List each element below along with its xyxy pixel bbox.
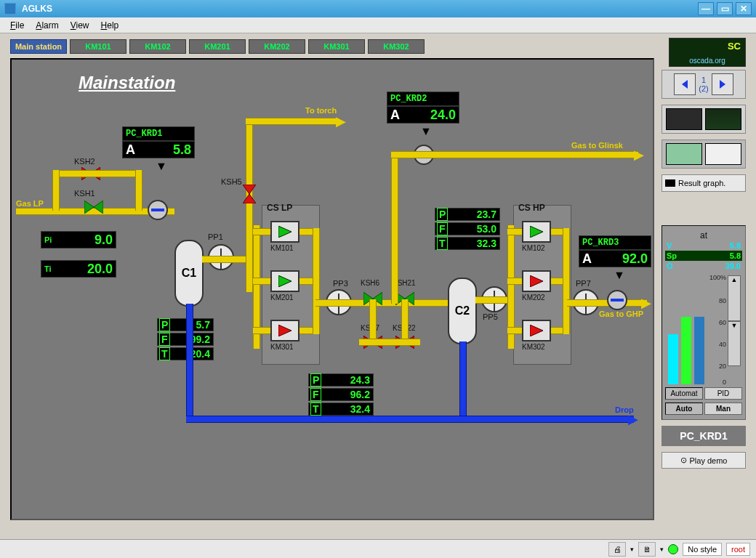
pipe (313, 228, 320, 334)
svg-marker-10 (278, 325, 291, 336)
label-gas-ghp: Gas to GHP (599, 310, 643, 318)
svg-marker-7 (243, 194, 256, 203)
label-cs-lp: CS LP (267, 203, 292, 213)
tool-bars-icon[interactable] (666, 143, 702, 165)
nav-counter: 1(2) (699, 76, 708, 93)
bar-o (694, 317, 704, 384)
svg-marker-26 (682, 80, 688, 89)
arrow-down-icon: ▼ (420, 125, 432, 138)
label-km302: KM302 (522, 343, 545, 351)
label-gas-lp: Gas LP (16, 199, 44, 208)
print-button[interactable]: 🖨 (608, 542, 626, 557)
menu-view[interactable]: View (65, 19, 95, 32)
mode-pid[interactable]: PID (704, 387, 742, 400)
km302[interactable] (522, 320, 551, 341)
control-panel: at V5.8 Sp5.8 O39.0 ▲ ▼ 100% 80 60 40 20 (662, 225, 746, 420)
label-km102: KM102 (522, 244, 545, 252)
control-sp[interactable]: Sp5.8 (665, 251, 742, 261)
tab-main-station[interactable]: Main station (10, 39, 67, 54)
style-field[interactable]: No style (683, 543, 722, 556)
label-pp5: PP5 (483, 312, 498, 321)
pipe (401, 299, 409, 341)
user-field[interactable]: root (726, 543, 750, 556)
ti-display: Ti 20.0 (41, 260, 116, 278)
label-pp1: PP1 (208, 232, 223, 241)
pc-krd1-value: 5.8 (173, 142, 191, 158)
pc-krd2-a: A (390, 108, 400, 123)
valve-ksh1[interactable] (84, 201, 103, 214)
reg-valve-krd3[interactable] (606, 289, 628, 311)
mode-automat[interactable]: Automat (665, 387, 703, 400)
arrow-down-icon: ▼ (156, 160, 167, 173)
pc-krd1-name: PC_KRD1 (122, 126, 195, 141)
pc-krd3-value: 92.0 (622, 251, 648, 267)
minimize-button[interactable]: — (698, 2, 714, 15)
tab-km102[interactable]: KM102 (129, 39, 186, 54)
label-cs-hp: CS HP (518, 203, 545, 213)
svg-marker-2 (84, 201, 94, 214)
km201[interactable] (270, 270, 299, 292)
tab-km302[interactable]: KM302 (368, 39, 425, 54)
pc-krd3-display[interactable]: A 92.0 (579, 250, 651, 267)
menu-help[interactable]: Help (95, 19, 125, 32)
tab-km201[interactable]: KM201 (189, 39, 246, 54)
pipe (253, 228, 270, 235)
reg-valve-krd1[interactable] (147, 199, 169, 221)
export-button[interactable]: 🗎 (638, 542, 656, 557)
km101[interactable] (270, 221, 299, 243)
label-ksh6: KSH6 (361, 279, 379, 287)
pipe (135, 170, 142, 211)
svg-marker-21 (530, 226, 543, 238)
mode-auto[interactable]: Auto (665, 403, 703, 415)
pipe (369, 299, 377, 341)
arrow-right-icon: ▶ (641, 295, 651, 311)
pc-krd3-name: PC_KRD3 (579, 235, 651, 250)
pc-krd1-display[interactable]: A 5.8 (122, 141, 195, 158)
graph-icon (665, 179, 675, 187)
valve-ksh5[interactable] (243, 185, 256, 203)
mode-man[interactable]: Man (704, 403, 742, 415)
tool-meter-icon[interactable] (666, 108, 702, 130)
c1-f: F99.2 (157, 333, 214, 346)
result-graph-button[interactable]: Result graph. (662, 174, 746, 192)
nav-prev-button[interactable] (674, 73, 696, 95)
tab-km202[interactable]: KM202 (249, 39, 305, 54)
tab-km101[interactable]: KM101 (70, 39, 126, 54)
vessel-c1[interactable]: C1 (174, 240, 204, 307)
pp3-t: T32.4 (308, 403, 374, 416)
page-title: Mainstation (79, 73, 175, 93)
menu-alarm[interactable]: Alarm (30, 19, 64, 32)
tool-doc-icon[interactable] (705, 143, 741, 165)
pipe (246, 118, 253, 292)
svg-marker-23 (530, 325, 543, 336)
tool-icons-row1 (662, 105, 746, 134)
svg-marker-6 (243, 185, 256, 194)
pipe (52, 170, 140, 177)
nav-box: 1(2) (662, 70, 746, 99)
pi-display: Pi 9.0 (41, 231, 116, 248)
play-demo-button[interactable]: ⊙ Play demo (662, 452, 746, 469)
ti-value: 20.0 (87, 262, 113, 277)
pc-krd1-a: A (126, 142, 135, 158)
close-button[interactable]: ✕ (736, 2, 752, 15)
pipe (253, 327, 270, 334)
maximize-button[interactable]: ▭ (717, 2, 733, 15)
control-o: O39.0 (665, 261, 742, 271)
menu-file[interactable]: File (4, 19, 30, 32)
label-to-torch: To torch (305, 106, 337, 115)
tool-chart-icon[interactable] (705, 108, 741, 130)
spinner[interactable]: ▲ ▼ (728, 275, 741, 366)
km102[interactable] (522, 221, 551, 243)
tab-km301[interactable]: KM301 (308, 39, 365, 54)
c1-p: P5.7 (157, 318, 214, 331)
vessel-c2[interactable]: C2 (448, 278, 477, 344)
km301[interactable] (270, 320, 299, 341)
km202[interactable] (522, 270, 551, 292)
svg-marker-8 (278, 226, 291, 238)
statusbar: 🖨▾ 🗎▾ No style root (0, 539, 756, 558)
pc-krd3-a: A (582, 251, 592, 267)
pc-krd2-display[interactable]: A 24.0 (387, 106, 459, 124)
nav-next-button[interactable] (712, 73, 733, 95)
pp3-f: F96.2 (308, 388, 374, 401)
svg-rect-5 (151, 209, 164, 211)
